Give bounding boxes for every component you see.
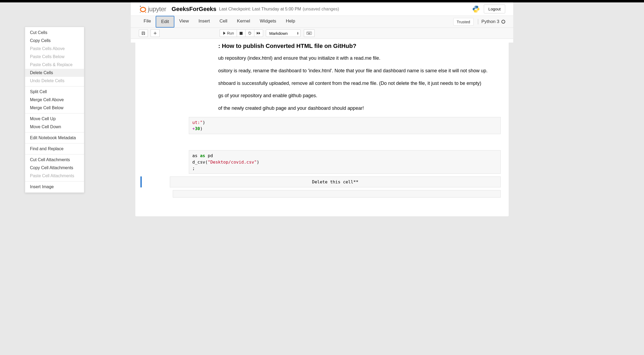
interrupt-button[interactable] [237,29,245,37]
svg-rect-3 [240,32,243,35]
code-token: + [192,126,195,131]
code-token: pd [205,153,213,158]
cell-prompt-selected [140,176,170,187]
svg-point-2 [140,12,141,13]
dropdown-divider [25,143,84,143]
menu-widgets[interactable]: Widgets [255,16,281,28]
stop-icon [240,32,243,35]
code-token: ) [257,160,259,165]
edit-menu-paste-cells-above: Paste Cells Above [25,45,84,53]
jupyter-logo-text: jupyter [148,5,166,13]
unsaved-indicator: (unsaved changes) [303,7,339,12]
markdown-line-5[interactable]: of the newly created gihub page and your… [218,104,501,112]
run-icon [223,32,226,35]
cell-type-wrap: Markdown ▴▾ [264,29,301,37]
svg-rect-6 [308,32,309,33]
edit-menu-merge-cell-above[interactable]: Merge Cell Above [25,96,84,104]
markdown-line-2[interactable]: ository is ready, rename the dashboard t… [218,67,501,75]
run-button[interactable]: Run [220,29,237,37]
code-token: ; [192,166,195,171]
kernel-name: Python 3 [481,19,499,24]
edit-dropdown-menu: Cut CellsCopy CellsPaste Cells AbovePast… [25,27,84,193]
markdown-line-4[interactable]: gs of your repository and enable github … [218,92,501,100]
menu-kernel[interactable]: Kernel [232,16,255,28]
code-token: ) [203,120,205,125]
logout-button[interactable]: Logout [484,5,505,13]
code-token: as [192,153,200,158]
code-cell-2[interactable]: as as pd d_csv("Desktop/covid.csv") ; [189,150,501,174]
save-icon [141,31,145,35]
edit-menu-insert-image[interactable]: Insert Image [25,183,84,191]
run-group: Run [220,29,263,37]
code-token: ) [200,126,203,131]
markdown-line-1[interactable]: ub repository (index.html) and ensure th… [218,54,501,62]
edit-menu-move-cell-up[interactable]: Move Cell Up [25,115,84,123]
page-wrapper: jupyter GeeksForGeeks Last Checkpoint: L… [131,2,513,232]
code-body-2[interactable]: as as pd d_csv("Desktop/covid.csv") ; [189,150,501,174]
notebook-body: : How to publish Converted HTML file on … [135,43,509,208]
svg-point-1 [145,12,146,13]
dropdown-divider [25,181,84,182]
svg-rect-8 [310,32,310,33]
add-cell-button[interactable] [151,29,160,37]
code-token: 30 [195,126,200,131]
edit-menu-merge-cell-below[interactable]: Merge Cell Below [25,104,84,112]
command-palette-button[interactable] [304,29,315,37]
jupyter-logo[interactable]: jupyter [139,5,166,13]
fast-forward-icon [257,32,260,35]
menu-insert[interactable]: Insert [194,16,215,28]
menu-help[interactable]: Help [281,16,300,28]
code-token: ut:" [192,120,203,125]
save-button[interactable] [139,29,148,37]
markdown-line-3[interactable]: shboard is successfully uploaded, remove… [218,80,501,87]
menubar-right: Trusted Python 3 [453,18,505,26]
plus-icon [153,31,157,35]
markdown-raw-body[interactable]: Delete this cell** [170,176,501,187]
header: jupyter GeeksForGeeks Last Checkpoint: L… [131,2,513,16]
edit-menu-copy-cell-attachments[interactable]: Copy Cell Attachments [25,164,84,172]
markdown-raw-cell[interactable]: Delete this cell** [143,176,501,187]
edit-menu-split-cell[interactable]: Split Cell [25,88,84,96]
restart-button[interactable] [245,29,254,37]
code-token: "Desktop/covid.csv" [208,160,257,165]
menu-file[interactable]: File [139,16,156,28]
edit-menu-cut-cells[interactable]: Cut Cells [25,29,84,37]
keyboard-icon [306,32,312,35]
trusted-indicator[interactable]: Trusted [453,18,474,26]
menu-edit[interactable]: Edit [156,16,174,28]
notebook-inner: : How to publish Converted HTML file on … [135,43,509,216]
svg-rect-5 [307,32,308,33]
jupyter-logo-icon [139,5,147,13]
svg-rect-4 [306,32,312,35]
dropdown-divider [25,132,84,133]
code-cell-1[interactable]: ut:") +30) [189,117,501,134]
edit-menu-undo-delete-cells: Undo Delete Cells [25,77,84,85]
menubar-left: File Edit View Insert Cell Kernel Widget… [139,16,300,28]
markdown-raw-text: Delete this cell** [312,179,358,184]
run-label: Run [227,31,234,35]
cell-type-select[interactable]: Markdown [266,29,301,37]
edit-menu-cut-cell-attachments[interactable]: Cut Cell Attachments [25,156,84,164]
notebook-name[interactable]: GeeksForGeeks [172,6,217,13]
edit-menu-copy-cells[interactable]: Copy Cells [25,37,84,45]
menu-cell[interactable]: Cell [215,16,232,28]
markdown-heading[interactable]: : How to publish Converted HTML file on … [218,43,501,50]
menubar: File Edit View Insert Cell Kernel Widget… [131,16,513,28]
empty-cell[interactable] [173,190,501,198]
edit-menu-edit-notebook-metadata[interactable]: Edit Notebook Metadata [25,134,84,142]
restart-run-all-button[interactable] [254,29,263,37]
code-body-1[interactable]: ut:") +30) [189,117,501,134]
edit-menu-delete-cells[interactable]: Delete Cells [25,69,84,77]
svg-rect-9 [308,33,310,34]
top-black-bar [0,0,644,2]
svg-point-0 [140,6,141,7]
kernel-indicator[interactable]: Python 3 [478,19,505,24]
python-logo-icon [472,5,480,13]
edit-menu-paste-cell-attachments: Paste Cell Attachments [25,172,84,180]
edit-menu-find-and-replace[interactable]: Find and Replace [25,145,84,153]
menu-view[interactable]: View [174,16,194,28]
code-token: as [200,153,205,158]
edit-menu-move-cell-down[interactable]: Move Cell Down [25,123,84,131]
svg-rect-7 [309,32,310,33]
dropdown-divider [25,86,84,86]
